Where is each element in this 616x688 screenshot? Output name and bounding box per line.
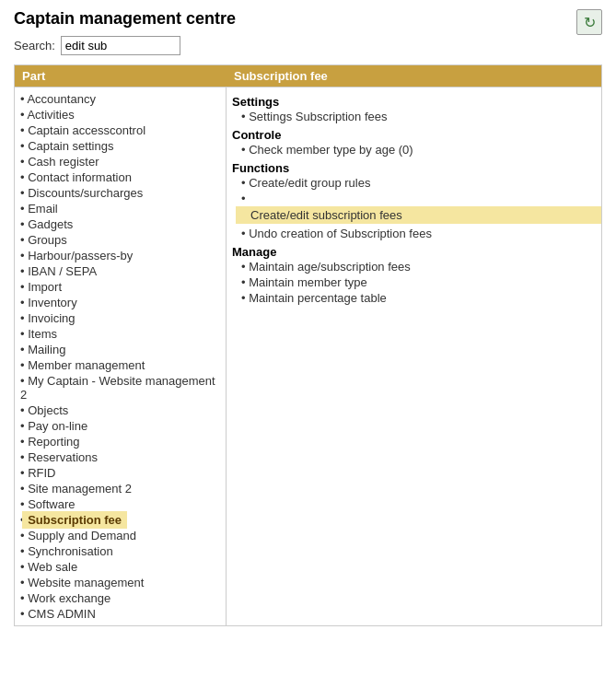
list-item[interactable]: Create/edit group rules — [241, 175, 596, 191]
list-item[interactable]: Settings Subscription fees — [241, 109, 596, 124]
list-item[interactable]: Invoicing — [20, 310, 220, 326]
list-item[interactable]: Contact information — [20, 169, 220, 185]
list-item[interactable]: Groups — [20, 232, 220, 248]
list-item[interactable]: Reporting — [20, 434, 220, 449]
list-item[interactable]: Harbour/passers-by — [20, 248, 220, 263]
list-item[interactable]: Captain settings — [20, 138, 220, 154]
list-item[interactable]: Member management — [20, 357, 220, 373]
highlighted-item[interactable]: Subscription fee — [22, 511, 127, 529]
highlighted-item[interactable]: Create/edit subscription fees — [236, 206, 601, 224]
table-body: AccountancyActivitiesCaptain accesscontr… — [15, 87, 601, 625]
list-item[interactable]: IBAN / SEPA — [20, 263, 220, 279]
search-label: Search: — [14, 39, 55, 52]
parts-list: AccountancyActivitiesCaptain accesscontr… — [20, 91, 220, 622]
list-item[interactable]: Email — [20, 201, 220, 216]
page-title: Captain management centre — [14, 9, 236, 29]
section-items: Create/edit group rulesCreate/edit subsc… — [232, 175, 596, 241]
list-item[interactable]: Pay on-line — [20, 418, 220, 434]
section-items: Check member type by age (0) — [232, 142, 596, 157]
list-item[interactable]: Items — [20, 326, 220, 342]
list-item[interactable]: Cash register — [20, 154, 220, 169]
list-item[interactable]: Mailing — [20, 342, 220, 357]
list-item[interactable]: Inventory — [20, 295, 220, 310]
list-item[interactable]: Undo creation of Subscription fees — [241, 226, 596, 241]
search-input[interactable] — [61, 36, 180, 55]
list-item[interactable]: Synchronisation — [20, 543, 220, 559]
list-item[interactable]: CMS ADMIN — [20, 606, 220, 622]
list-item[interactable]: Gadgets — [20, 216, 220, 232]
list-item[interactable]: Activities — [20, 107, 220, 122]
list-item[interactable]: Objects — [20, 402, 220, 418]
left-column: AccountancyActivitiesCaptain accesscontr… — [15, 87, 227, 625]
list-item[interactable]: Maintain percentage table — [241, 290, 596, 306]
list-item[interactable]: Create/edit subscription fees — [241, 191, 596, 226]
list-item[interactable]: Website management — [20, 575, 220, 590]
list-item[interactable]: Discounts/surcharges — [20, 185, 220, 201]
section-items: Settings Subscription fees — [232, 109, 596, 124]
list-item[interactable]: Captain accesscontrol — [20, 122, 220, 138]
list-item[interactable]: Import — [20, 279, 220, 295]
list-item[interactable]: Site management 2 — [20, 481, 220, 496]
table-header: Part Subscription fee — [15, 65, 601, 87]
list-item[interactable]: Check member type by age (0) — [241, 142, 596, 157]
list-item[interactable]: Supply and Demand — [20, 528, 220, 543]
section-title: Settings — [232, 95, 596, 109]
list-item[interactable]: Work exchange — [20, 590, 220, 606]
section-title: Functions — [232, 161, 596, 175]
section-title: Controle — [232, 128, 596, 142]
list-item[interactable]: Subscription fee — [20, 512, 220, 528]
right-column: SettingsSettings Subscription feesContro… — [227, 87, 601, 625]
list-item[interactable]: Software — [20, 496, 220, 512]
col1-header: Part — [22, 69, 234, 83]
list-item[interactable]: Reservations — [20, 449, 220, 465]
main-table: Part Subscription fee AccountancyActivit… — [14, 64, 602, 626]
list-item[interactable]: Accountancy — [20, 91, 220, 107]
refresh-button[interactable]: ↻ — [576, 9, 602, 35]
col2-header: Subscription fee — [234, 69, 594, 83]
list-item[interactable]: Web sale — [20, 559, 220, 575]
list-item[interactable]: My Captain - Website management 2 — [20, 373, 220, 402]
list-item[interactable]: Maintain age/subscription fees — [241, 259, 596, 274]
list-item[interactable]: RFID — [20, 465, 220, 481]
list-item[interactable]: Maintain member type — [241, 274, 596, 290]
section-items: Maintain age/subscription feesMaintain m… — [232, 259, 596, 306]
section-title: Manage — [232, 245, 596, 259]
